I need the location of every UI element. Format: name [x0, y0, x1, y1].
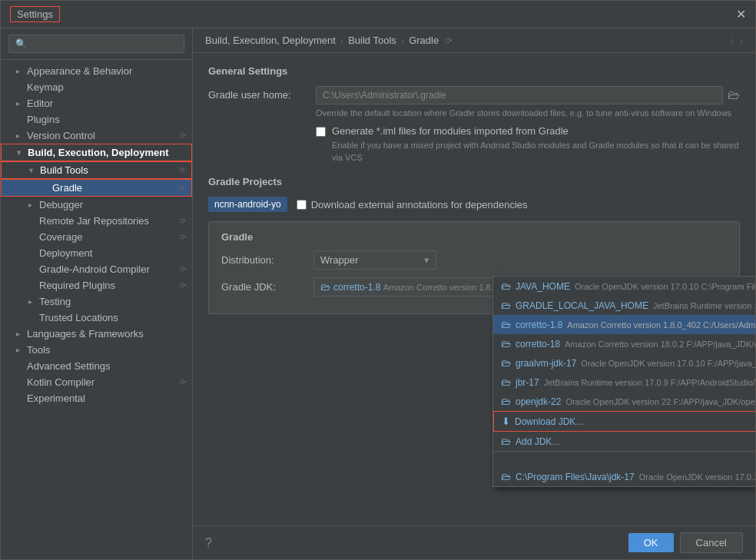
- sidebar-item-languages[interactable]: ▸ Languages & Frameworks: [1, 326, 192, 342]
- sidebar-item-keymap[interactable]: Keymap: [1, 79, 192, 95]
- jdk-item-desc: JetBrains Runtime version 17.0.9 F:\APP\…: [653, 301, 755, 310]
- sidebar-item-coverage[interactable]: Coverage ⟳: [1, 229, 192, 245]
- jdk-item-name: openjdk-22: [516, 396, 561, 407]
- dropdown-item-gradle-local[interactable]: 🗁 GRADLE_LOCAL_JAVA_HOME JetBrains Runti…: [493, 296, 755, 315]
- sidebar-item-label: Advanced Settings: [27, 360, 110, 372]
- folder-icon: 🗁: [320, 281, 330, 293]
- ok-button[interactable]: OK: [628, 533, 674, 552]
- dropdown-arrow-icon: ▾: [424, 254, 429, 266]
- jdk-item-name: GRADLE_LOCAL_JAVA_HOME: [516, 300, 648, 311]
- sidebar-item-required-plugins[interactable]: Required Plugins ⟳: [1, 277, 192, 293]
- breadcrumb-bar: Build, Execution, Deployment › Build Too…: [193, 28, 755, 53]
- general-settings-title: General Settings: [208, 65, 740, 77]
- sync-icon: ⟳: [180, 378, 186, 386]
- sidebar-item-build-tools[interactable]: ▾ Build Tools ⟳: [1, 161, 192, 179]
- help-icon[interactable]: ?: [205, 536, 212, 550]
- search-input[interactable]: [8, 35, 184, 53]
- folder-browse-icon[interactable]: 🗁: [728, 88, 740, 102]
- gradle-user-home-row: Gradle user home: 🗁 Override the default…: [208, 86, 740, 119]
- sidebar-item-gradle-android[interactable]: Gradle-Android Compiler ⟳: [1, 261, 192, 277]
- jdk-item-name: corretto-1.8: [516, 320, 562, 330]
- sidebar-item-editor[interactable]: ▸ Editor: [1, 95, 192, 111]
- folder-icon: 🗁: [501, 280, 511, 292]
- sidebar-item-testing[interactable]: ▸ Testing: [1, 293, 192, 310]
- sidebar-item-plugins[interactable]: Plugins: [1, 111, 192, 128]
- sidebar-item-label: Plugins: [27, 114, 60, 125]
- sidebar-item-remote-jar[interactable]: Remote Jar Repositories ⟳: [1, 213, 192, 229]
- breadcrumb-part3: Gradle: [409, 35, 439, 46]
- folder-icon: 🗁: [501, 300, 511, 311]
- chevron-down-icon: ▾: [29, 166, 40, 174]
- sync-icon: ⟳: [180, 217, 186, 225]
- detected-sdks-label: Detected SDKs: [493, 451, 755, 467]
- distribution-select[interactable]: Wrapper ▾: [313, 250, 436, 270]
- jdk-item-desc: JetBrains Runtime version 17.0.9 F:/APP/…: [544, 378, 755, 387]
- dropdown-item-java-home[interactable]: 🗁 JAVA_HOME Oracle OpenJDK version 17.0.…: [493, 277, 755, 296]
- sidebar-item-deployment[interactable]: Deployment: [1, 245, 192, 261]
- gradle-projects-row: ncnn-android-yo Download external annota…: [208, 197, 740, 212]
- generate-iml-checkbox[interactable]: [316, 127, 326, 137]
- sidebar-item-label: Editor: [27, 98, 53, 109]
- chevron-right-icon: ▸: [16, 131, 27, 140]
- dropdown-item-detected-jdk17[interactable]: 🗁 C:\Program Files\Java\jdk-17 Oracle Op…: [493, 467, 755, 486]
- sidebar-item-debugger[interactable]: ▸ Debugger: [1, 197, 192, 213]
- sidebar-item-label: Testing: [39, 296, 71, 307]
- folder-icon: 🗁: [501, 396, 511, 407]
- chevron-right-icon: ▸: [16, 346, 27, 354]
- sidebar-item-advanced-settings[interactable]: Advanced Settings: [1, 358, 192, 374]
- chevron-right-icon: ▸: [16, 330, 27, 338]
- sidebar-item-label: Trusted Locations: [39, 312, 118, 323]
- dropdown-item-graalvm-17[interactable]: 🗁 graalvm-jdk-17 Oracle OpenJDK version …: [493, 353, 755, 373]
- breadcrumb-sync-icon: ⟳: [445, 35, 453, 46]
- nav-back-icon[interactable]: ‹: [730, 35, 733, 46]
- sidebar-item-label: Keymap: [27, 81, 64, 93]
- main-content: General Settings Gradle user home: 🗁 Ove…: [193, 53, 755, 525]
- download-icon: ⬇: [502, 416, 510, 427]
- project-name[interactable]: ncnn-android-yo: [208, 197, 287, 212]
- sidebar-item-appearance[interactable]: ▸ Appearance & Behavior: [1, 63, 192, 79]
- sidebar-item-gradle[interactable]: Gradle ⟳: [1, 179, 192, 197]
- folder-icon: 🗁: [501, 376, 511, 388]
- distribution-label: Distribution:: [221, 254, 313, 266]
- content-area: ▸ Appearance & Behavior Keymap ▸ Editor …: [1, 28, 755, 559]
- sidebar-item-label: Deployment: [39, 247, 92, 259]
- sidebar-item-version-control[interactable]: ▸ Version Control ⟳: [1, 128, 192, 144]
- gradle-jdk-label: Gradle JDK:: [221, 281, 313, 293]
- generate-iml-field: Generate *.iml files for modules importe…: [332, 125, 740, 164]
- nav-forward-icon[interactable]: ›: [740, 35, 743, 46]
- sidebar-item-label: Languages & Frameworks: [27, 328, 144, 340]
- dropdown-item-openjdk-22[interactable]: 🗁 openjdk-22 Oracle OpenJDK version 22 F…: [493, 392, 755, 411]
- jdk-item-desc: Oracle OpenJDK version 17.0.10 F:/APP/ja…: [581, 359, 755, 368]
- sidebar-item-trusted-locations[interactable]: Trusted Locations: [1, 310, 192, 326]
- gradle-user-home-field: 🗁 Override the default location where Gr…: [316, 86, 740, 119]
- jdk-item-desc: Oracle OpenJDK version 22 F:/APP/java_JD…: [565, 397, 755, 406]
- dropdown-item-add-jdk[interactable]: 🗁 Add JDK...: [493, 432, 755, 451]
- sidebar-item-label: Kotlin Compiler: [27, 376, 94, 388]
- dropdown-item-corretto-18[interactable]: 🗁 corretto-18 Amazon Corretto version 18…: [493, 334, 755, 353]
- chevron-down-icon: ▾: [17, 148, 28, 157]
- sync-icon: ⟳: [180, 233, 186, 241]
- folder-icon: 🗁: [501, 436, 511, 447]
- jdk-dropdown-popup: 🗁 JAVA_HOME Oracle OpenJDK version 17.0.…: [492, 276, 755, 487]
- breadcrumb-part1: Build, Execution, Deployment: [205, 35, 336, 46]
- cancel-button[interactable]: Cancel: [680, 532, 743, 553]
- sidebar-item-label: Coverage: [39, 231, 82, 243]
- sidebar-item-experimental[interactable]: Experimental: [1, 390, 192, 406]
- sidebar-item-label: Build, Execution, Deployment: [28, 147, 168, 158]
- sidebar-item-build-execution[interactable]: ▾ Build, Execution, Deployment: [1, 144, 192, 161]
- sidebar-item-kotlin-compiler[interactable]: Kotlin Compiler ⟳: [1, 374, 192, 390]
- close-button[interactable]: ✕: [736, 7, 746, 22]
- jdk-item-name: C:\Program Files\Java\jdk-17: [516, 472, 635, 482]
- chevron-right-icon: ▸: [28, 200, 39, 209]
- dropdown-item-corretto-1.8[interactable]: 🗁 corretto-1.8 Amazon Corretto version 1…: [493, 315, 755, 334]
- jdk-item-desc: Amazon Corretto version 18.0.2 F:/APP/ja…: [565, 340, 755, 349]
- dropdown-item-jbr-17[interactable]: 🗁 jbr-17 JetBrains Runtime version 17.0.…: [493, 373, 755, 392]
- add-jdk-label: Add JDK...: [516, 436, 559, 447]
- dropdown-item-download-jdk[interactable]: ⬇ Download JDK...: [493, 411, 755, 432]
- window-title: Settings: [10, 6, 60, 22]
- sidebar-item-tools[interactable]: ▸ Tools: [1, 342, 192, 358]
- download-annotations-label: Download external annotations for depend…: [311, 199, 528, 210]
- jdk-item-name: graalvm-jdk-17: [516, 358, 576, 369]
- gradle-user-home-input[interactable]: [316, 86, 723, 104]
- download-annotations-checkbox[interactable]: [297, 200, 307, 210]
